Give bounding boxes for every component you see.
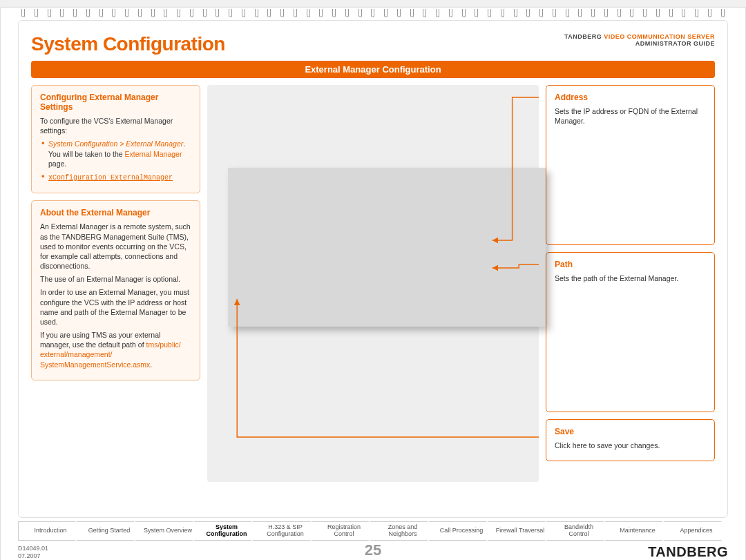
cmd-step: xConfiguration ExternalManager [40, 172, 191, 183]
about-p2: The use of an External Manager is option… [40, 274, 191, 284]
guide-subtitle: ADMINISTRATOR GUIDE [635, 40, 715, 47]
intro-text: To configure the VCS's External Manager … [40, 116, 191, 135]
brand-logo: TANDBERG [648, 544, 728, 560]
content-frame: System Configuration TANDBERG VIDEO COMM… [18, 20, 728, 518]
right-column: Address Sets the IP address or FQDN of t… [546, 85, 715, 482]
footer-bottom: D14049.01 07.2007 25 TANDBERG [18, 544, 728, 560]
brand-name: TANDBERG [564, 33, 602, 40]
screenshot-placeholder [207, 85, 539, 482]
path-text: Sets the path of the External Manager. [555, 273, 706, 283]
footer: IntroductionGetting StartedSystem Overvi… [18, 521, 728, 560]
page-title: System Configuration [31, 33, 225, 55]
nav-tab-call-processing[interactable]: Call Processing [429, 521, 493, 541]
middle-column [207, 85, 539, 482]
save-text: Click here to save your changes. [555, 441, 706, 450]
doc-id: D14049.01 [18, 545, 48, 552]
box-title: Configuring External Manager Settings [40, 93, 191, 112]
box-title: Save [555, 427, 706, 436]
nav-tab-introduction[interactable]: Introduction [18, 521, 82, 541]
xconfig-link[interactable]: xConfiguration ExternalManager [48, 174, 173, 182]
nav-tab-h-323-sip-configuration[interactable]: H.323 & SIP Configuration [253, 521, 317, 541]
nav-tabs: IntroductionGetting StartedSystem Overvi… [18, 521, 728, 541]
about-p1: An External Manager is a remote system, … [40, 222, 191, 271]
left-column: Configuring External Manager Settings To… [31, 85, 200, 482]
header-row: System Configuration TANDBERG VIDEO COMM… [31, 33, 715, 55]
nav-tab-getting-started[interactable]: Getting Started [77, 521, 141, 541]
nav-tab-maintenance[interactable]: Maintenance [605, 521, 669, 541]
address-box: Address Sets the IP address or FQDN of t… [546, 85, 715, 245]
nav-tab-appendices[interactable]: Appendices [664, 521, 728, 541]
page-number: 25 [365, 541, 381, 559]
nav-path: System Configuration > External Manager [48, 139, 183, 148]
configuring-settings-box: Configuring External Manager Settings To… [31, 85, 200, 193]
about-external-manager-box: About the External Manager An External M… [31, 200, 200, 380]
doc-date: 07.2007 [18, 552, 41, 559]
nav-tab-system-configuration[interactable]: System Configuration [194, 521, 258, 541]
screenshot-box [228, 168, 546, 327]
nav-tab-registration-control[interactable]: Registration Control [312, 521, 376, 541]
path-box: Path Sets the path of the External Manag… [546, 252, 715, 412]
product-name: VIDEO COMMUNICATION SERVER [604, 33, 715, 40]
nav-link: External Manager [125, 150, 182, 158]
nav-tab-bandwidth-control[interactable]: Bandwidth Control [546, 521, 611, 541]
columns: Configuring External Manager Settings To… [31, 85, 715, 482]
nav-tab-zones-and-neighbors[interactable]: Zones and Neighbors [370, 521, 434, 541]
box-title: Path [555, 260, 706, 269]
address-text: Sets the IP address or FQDN of the Exter… [555, 106, 706, 126]
nav-tab-system-overview[interactable]: System Overview [135, 521, 200, 541]
about-p4: If you are using TMS as your external ma… [40, 330, 191, 369]
section-banner: External Manager Configuration [31, 61, 715, 78]
about-p3: In order to use an External Manager, you… [40, 287, 191, 327]
box-title: Address [555, 93, 706, 102]
doc-meta: D14049.01 07.2007 [18, 545, 48, 560]
nav-step: System Configuration > External Manager.… [40, 139, 191, 168]
spiral-binding [21, 9, 725, 19]
nav-tab-firewall-traversal[interactable]: Firewall Traversal [488, 521, 552, 541]
page: System Configuration TANDBERG VIDEO COMM… [0, 7, 746, 560]
save-box: Save Click here to save your changes. [546, 419, 715, 461]
box-title: About the External Manager [40, 208, 191, 218]
guide-info: TANDBERG VIDEO COMMUNICATION SERVER ADMI… [564, 33, 715, 47]
